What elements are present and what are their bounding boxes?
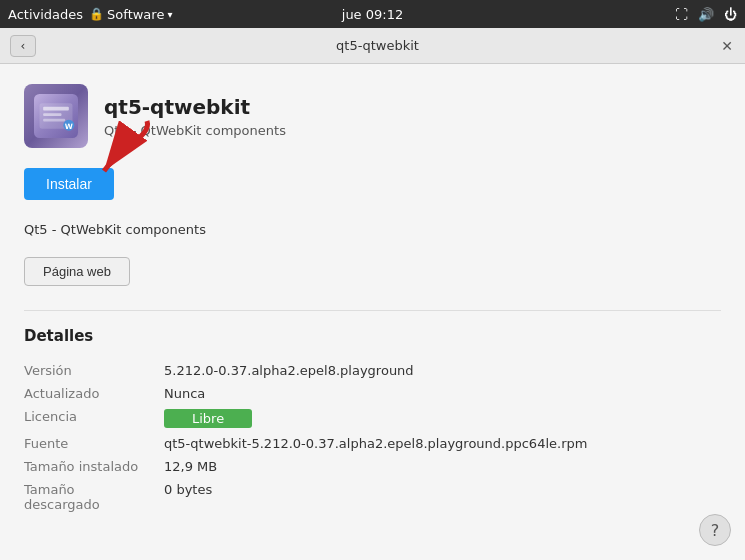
detail-value: 12,9 MB bbox=[164, 455, 721, 478]
detail-value: 0 bytes bbox=[164, 478, 721, 516]
license-badge: Libre bbox=[164, 409, 252, 428]
svg-rect-3 bbox=[43, 113, 61, 116]
detail-value: 5.212.0-0.37.alpha2.epel8.playground bbox=[164, 359, 721, 382]
details-table: Versión 5.212.0-0.37.alpha2.epel8.playgr… bbox=[24, 359, 721, 516]
activities-button[interactable]: Actividades bbox=[8, 7, 83, 22]
arrow-indicator bbox=[92, 116, 162, 176]
details-title: Detalles bbox=[24, 327, 721, 345]
chevron-down-icon: ▾ bbox=[167, 9, 172, 20]
close-button[interactable]: ✕ bbox=[719, 38, 735, 54]
detail-label: Tamaño instalado bbox=[24, 455, 164, 478]
install-wrapper: Instalar bbox=[24, 168, 114, 214]
software-label: Software bbox=[107, 7, 164, 22]
app-description: Qt5 - QtWebKit components bbox=[24, 222, 721, 237]
detail-label: Tamaño descargado bbox=[24, 478, 164, 516]
detail-value: Nunca bbox=[164, 382, 721, 405]
titlebar-left: ‹ bbox=[10, 35, 36, 57]
detail-value: Libre bbox=[164, 405, 721, 432]
help-button[interactable]: ? bbox=[699, 514, 731, 546]
table-row: Tamaño descargado 0 bytes bbox=[24, 478, 721, 516]
table-row: Licencia Libre bbox=[24, 405, 721, 432]
web-button[interactable]: Página web bbox=[24, 257, 130, 286]
table-row: Fuente qt5-qtwebkit-5.212.0-0.37.alpha2.… bbox=[24, 432, 721, 455]
content-area: W qt5-qtwebkit Qt5 - QtWebKit components… bbox=[0, 64, 745, 560]
app-icon: W bbox=[24, 84, 88, 148]
detail-label: Actualizado bbox=[24, 382, 164, 405]
table-row: Versión 5.212.0-0.37.alpha2.epel8.playgr… bbox=[24, 359, 721, 382]
detail-label: Versión bbox=[24, 359, 164, 382]
back-button[interactable]: ‹ bbox=[10, 35, 36, 57]
app-icon-svg: W bbox=[34, 94, 78, 138]
detail-value: qt5-qtwebkit-5.212.0-0.37.alpha2.epel8.p… bbox=[164, 432, 721, 455]
app-name: qt5-qtwebkit bbox=[104, 95, 286, 119]
table-row: Tamaño instalado 12,9 MB bbox=[24, 455, 721, 478]
power-icon[interactable]: ⏻ bbox=[724, 7, 737, 22]
svg-text:W: W bbox=[65, 122, 73, 131]
svg-rect-2 bbox=[43, 107, 69, 111]
titlebar: ‹ qt5-qtwebkit ✕ bbox=[0, 28, 745, 64]
software-menu[interactable]: 🔒 Software ▾ bbox=[89, 7, 172, 22]
detail-label: Fuente bbox=[24, 432, 164, 455]
taskbar-left: Actividades 🔒 Software ▾ bbox=[8, 7, 172, 22]
table-row: Actualizado Nunca bbox=[24, 382, 721, 405]
app-window: ‹ qt5-qtwebkit ✕ bbox=[0, 28, 745, 560]
taskbar-right: ⛶ 🔊 ⏻ bbox=[675, 7, 737, 22]
volume-icon: 🔊 bbox=[698, 7, 714, 22]
lock-icon: 🔒 bbox=[89, 7, 104, 21]
taskbar: Actividades 🔒 Software ▾ jue 09:12 ⛶ 🔊 ⏻ bbox=[0, 0, 745, 28]
taskbar-time: jue 09:12 bbox=[342, 7, 403, 22]
detail-label: Licencia bbox=[24, 405, 164, 432]
svg-rect-4 bbox=[43, 119, 65, 122]
window-title: qt5-qtwebkit bbox=[36, 38, 719, 53]
section-divider bbox=[24, 310, 721, 311]
network-icon: ⛶ bbox=[675, 7, 688, 22]
